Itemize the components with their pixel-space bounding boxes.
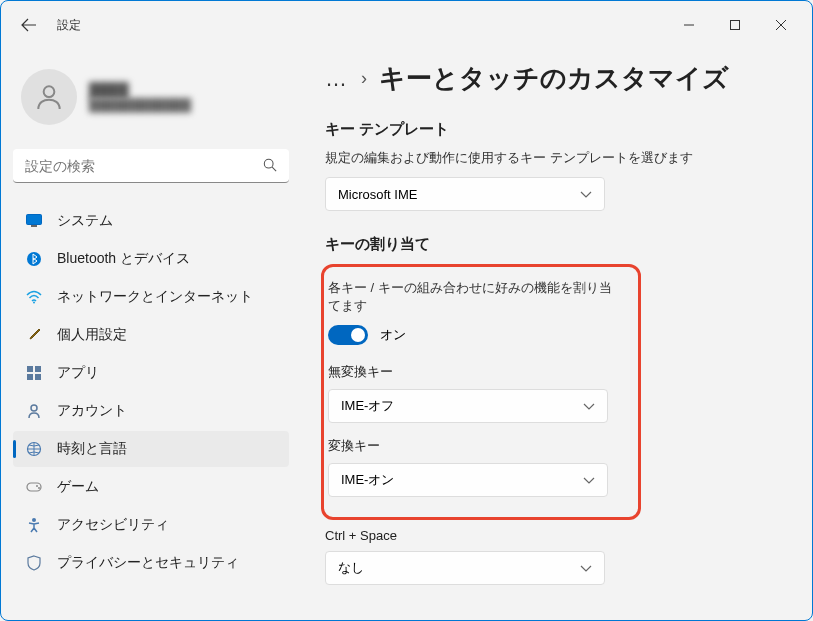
- sidebar-item-label: Bluetooth とデバイス: [57, 250, 190, 268]
- svg-rect-10: [35, 374, 41, 380]
- template-dropdown[interactable]: Microsoft IME: [325, 177, 605, 211]
- user-email: ████████████: [89, 98, 191, 112]
- henkan-dropdown[interactable]: IME-オン: [328, 463, 608, 497]
- sidebar-item-label: ゲーム: [57, 478, 99, 496]
- shield-icon: [25, 554, 43, 572]
- chevron-down-icon: [580, 187, 592, 202]
- section-title-template: キー テンプレート: [325, 120, 772, 139]
- svg-point-1: [44, 86, 55, 97]
- chevron-down-icon: [583, 399, 595, 414]
- apps-icon: [25, 364, 43, 382]
- svg-rect-0: [731, 21, 740, 30]
- sidebar-item-label: ネットワークとインターネット: [57, 288, 253, 306]
- account-icon: [25, 402, 43, 420]
- search-input[interactable]: [13, 149, 289, 183]
- dropdown-value: なし: [338, 559, 364, 577]
- ctrl-space-dropdown[interactable]: なし: [325, 551, 605, 585]
- user-area[interactable]: ████ ████████████: [13, 61, 289, 133]
- user-name: ████: [89, 82, 191, 98]
- dropdown-value: IME-オン: [341, 471, 394, 489]
- svg-point-14: [36, 485, 38, 487]
- breadcrumb: … › キーとタッチのカスタマイズ: [325, 61, 772, 96]
- svg-point-15: [38, 487, 40, 489]
- svg-point-11: [31, 405, 37, 411]
- dropdown-value: Microsoft IME: [338, 187, 417, 202]
- arrow-left-icon: [21, 17, 37, 33]
- bluetooth-icon: [25, 250, 43, 268]
- toggle-label: オン: [380, 326, 406, 344]
- gaming-icon: [25, 478, 43, 496]
- section-desc-template: 規定の編集および動作に使用するキー テンプレートを選びます: [325, 149, 772, 167]
- sidebar-item-accounts[interactable]: アカウント: [13, 393, 289, 429]
- user-info: ████ ████████████: [89, 82, 191, 112]
- chevron-down-icon: [580, 561, 592, 576]
- sidebar: ████ ████████████ システム Bluetooth とデバイス ネ…: [1, 49, 301, 620]
- breadcrumb-more[interactable]: …: [325, 66, 349, 92]
- highlight-annotation: 各キー / キーの組み合わせに好みの機能を割り当てます オン 無変換キー IME…: [321, 264, 641, 520]
- sidebar-item-label: システム: [57, 212, 113, 230]
- sidebar-item-label: プライバシーとセキュリティ: [57, 554, 239, 572]
- svg-rect-9: [27, 374, 33, 380]
- brush-icon: [25, 326, 43, 344]
- search-icon: [263, 158, 277, 176]
- muhenkan-label: 無変換キー: [328, 363, 622, 381]
- accessibility-icon: [25, 516, 43, 534]
- maximize-button[interactable]: [712, 9, 758, 41]
- main-content: … › キーとタッチのカスタマイズ キー テンプレート 規定の編集および動作に使…: [301, 49, 812, 620]
- back-button[interactable]: [9, 5, 49, 45]
- svg-point-2: [264, 159, 273, 168]
- sidebar-item-personalization[interactable]: 個人用設定: [13, 317, 289, 353]
- window-controls: [666, 9, 804, 41]
- globe-icon: [25, 440, 43, 458]
- ctrl-space-label: Ctrl + Space: [325, 528, 772, 543]
- wifi-icon: [25, 288, 43, 306]
- dropdown-value: IME-オフ: [341, 397, 394, 415]
- close-button[interactable]: [758, 9, 804, 41]
- svg-rect-8: [35, 366, 41, 372]
- svg-rect-13: [27, 483, 41, 491]
- minimize-icon: [684, 20, 694, 30]
- section-desc-assignment: 各キー / キーの組み合わせに好みの機能を割り当てます: [328, 279, 622, 315]
- system-icon: [25, 212, 43, 230]
- minimize-button[interactable]: [666, 9, 712, 41]
- sidebar-item-time-language[interactable]: 時刻と言語: [13, 431, 289, 467]
- sidebar-item-apps[interactable]: アプリ: [13, 355, 289, 391]
- window-title: 設定: [57, 17, 81, 34]
- close-icon: [776, 20, 786, 30]
- sidebar-item-label: アクセシビリティ: [57, 516, 169, 534]
- maximize-icon: [730, 20, 740, 30]
- sidebar-item-label: アプリ: [57, 364, 99, 382]
- sidebar-item-privacy[interactable]: プライバシーとセキュリティ: [13, 545, 289, 581]
- chevron-right-icon: ›: [361, 68, 367, 89]
- muhenkan-dropdown[interactable]: IME-オフ: [328, 389, 608, 423]
- titlebar: 設定: [1, 1, 812, 49]
- section-title-assignment: キーの割り当て: [325, 235, 772, 254]
- sidebar-item-label: 時刻と言語: [57, 440, 127, 458]
- chevron-down-icon: [583, 473, 595, 488]
- person-icon: [33, 81, 65, 113]
- page-title: キーとタッチのカスタマイズ: [379, 61, 729, 96]
- sidebar-item-bluetooth[interactable]: Bluetooth とデバイス: [13, 241, 289, 277]
- toggle-row: オン: [328, 325, 622, 345]
- svg-rect-4: [31, 225, 37, 227]
- svg-point-16: [32, 518, 36, 522]
- svg-point-6: [33, 302, 35, 304]
- svg-rect-3: [27, 215, 42, 225]
- sidebar-item-network[interactable]: ネットワークとインターネット: [13, 279, 289, 315]
- assignment-toggle[interactable]: [328, 325, 368, 345]
- search-box: [13, 149, 289, 183]
- henkan-label: 変換キー: [328, 437, 622, 455]
- sidebar-item-label: 個人用設定: [57, 326, 127, 344]
- sidebar-item-label: アカウント: [57, 402, 127, 420]
- sidebar-item-accessibility[interactable]: アクセシビリティ: [13, 507, 289, 543]
- avatar: [21, 69, 77, 125]
- sidebar-item-gaming[interactable]: ゲーム: [13, 469, 289, 505]
- svg-rect-7: [27, 366, 33, 372]
- sidebar-item-system[interactable]: システム: [13, 203, 289, 239]
